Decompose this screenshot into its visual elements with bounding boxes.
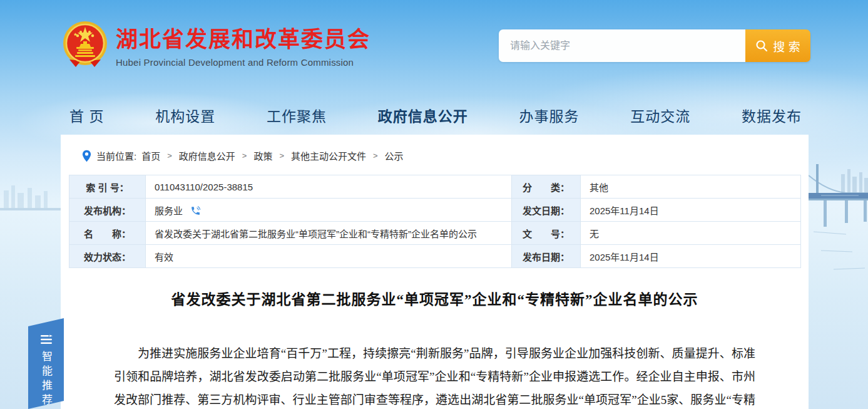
smart-recommend-label: 智能推荐	[38, 351, 54, 408]
breadcrumb-separator: >	[279, 151, 284, 160]
meta-label-index-number: 索 引 号：	[69, 175, 146, 199]
nav-item-work-focus[interactable]: 工作聚焦	[267, 105, 327, 126]
table-row: 名 称： 省发改委关于湖北省第二批服务业“单项冠军”企业和“专精特新”企业名单的…	[69, 222, 801, 245]
table-row: 效力状态： 有效 发布日期： 2025年11月14日	[69, 245, 801, 268]
table-row: 发布机构： 服务业 发文日期： 2025年11月14日	[69, 199, 801, 222]
main-nav: 首 页 机构设置 工作聚焦 政府信息公开 办事服务 互动交流 数据发布	[61, 99, 810, 132]
site-subtitle: Hubei Provincial Development and Reform …	[116, 57, 370, 68]
breadcrumb-separator: >	[167, 151, 172, 160]
breadcrumb-gov-info[interactable]: 政府信息公开	[179, 149, 235, 162]
meta-label-issuing-agency: 发布机构：	[69, 199, 146, 222]
site-title-block: 湖北省发展和改革委员会 Hubei Provincial Development…	[116, 21, 370, 68]
breadcrumb-home[interactable]: 首页	[141, 149, 160, 162]
meta-value-publish-date: 2025年11月14日	[581, 245, 801, 268]
nav-item-home[interactable]: 首 页	[69, 105, 104, 126]
meta-label-category: 分 类：	[512, 175, 581, 199]
search-icon	[755, 39, 768, 52]
breadcrumb-separator: >	[242, 151, 247, 160]
site-header: 湖北省发展和改革委员会 Hubei Provincial Development…	[61, 0, 810, 91]
breadcrumb-separator: >	[373, 151, 378, 160]
breadcrumb-announcement[interactable]: 公示	[385, 149, 404, 162]
meta-value-validity: 有效	[146, 245, 512, 268]
meta-value-issue-date: 2025年11月14日	[581, 199, 801, 222]
meta-label-title: 名 称：	[69, 222, 146, 245]
table-row: 索 引 号： 011043110/2025-38815 分 类： 其他	[69, 175, 801, 199]
meta-label-validity: 效力状态：	[69, 245, 146, 268]
breadcrumb-other-public-files[interactable]: 其他主动公开文件	[291, 149, 366, 162]
meta-label-doc-number: 文 号：	[512, 222, 581, 245]
breadcrumb-policy[interactable]: 政策	[253, 149, 272, 162]
site-title: 湖北省发展和改革委员会	[116, 26, 370, 53]
nav-item-services[interactable]: 办事服务	[519, 105, 579, 126]
meta-label-publish-date: 发布日期：	[512, 245, 581, 268]
site-logo[interactable]: 湖北省发展和改革委员会 Hubei Provincial Development…	[62, 21, 370, 68]
nav-item-data-release[interactable]: 数据发布	[742, 105, 802, 126]
nav-item-interaction[interactable]: 互动交流	[630, 105, 690, 126]
smart-recommend-tab[interactable]: 智能推荐	[28, 318, 64, 409]
location-pin-icon	[82, 150, 91, 162]
document-meta-table: 索 引 号： 011043110/2025-38815 分 类： 其他 发布机构…	[69, 175, 801, 268]
meta-value-category: 其他	[581, 175, 801, 199]
article-title: 省发改委关于湖北省第二批服务业“单项冠军”企业和“专精特新”企业名单的公示	[61, 287, 809, 309]
search-button-label: 搜 索	[773, 38, 800, 54]
breadcrumb-label: 当前位置:	[96, 149, 136, 162]
bridge-scenery-decoration	[809, 157, 868, 288]
meta-label-issue-date: 发文日期：	[512, 199, 581, 222]
smart-recommend-icon	[40, 334, 53, 344]
search-button[interactable]: 搜 索	[745, 29, 810, 62]
search-input[interactable]	[499, 29, 745, 62]
national-emblem-icon	[62, 21, 108, 68]
breadcrumb: 当前位置: 首页 > 政府信息公开 > 政策 > 其他主动公开文件 > 公示	[82, 149, 809, 162]
meta-value-index-number: 011043110/2025-38815	[146, 175, 512, 199]
content-card: 当前位置: 首页 > 政府信息公开 > 政策 > 其他主动公开文件 > 公示 索…	[61, 135, 809, 409]
issuing-agency-text: 服务业	[155, 205, 183, 216]
meta-value-doc-number: 无	[581, 222, 801, 245]
nav-item-organization[interactable]: 机构设置	[155, 105, 215, 126]
meta-value-title: 省发改委关于湖北省第二批服务业“单项冠军”企业和“专精特新”企业名单的公示	[146, 222, 512, 245]
search-box: 搜 索	[499, 29, 810, 62]
nav-item-gov-info[interactable]: 政府信息公开	[378, 105, 468, 126]
left-skyline-decoration	[0, 162, 61, 237]
phone-icon[interactable]	[190, 205, 201, 216]
meta-value-issuing-agency: 服务业	[146, 199, 512, 222]
article-paragraph: 为推进实施服务业企业培育“百千万”工程，持续擦亮“荆新服务”品牌，引导服务业企业…	[114, 342, 755, 409]
